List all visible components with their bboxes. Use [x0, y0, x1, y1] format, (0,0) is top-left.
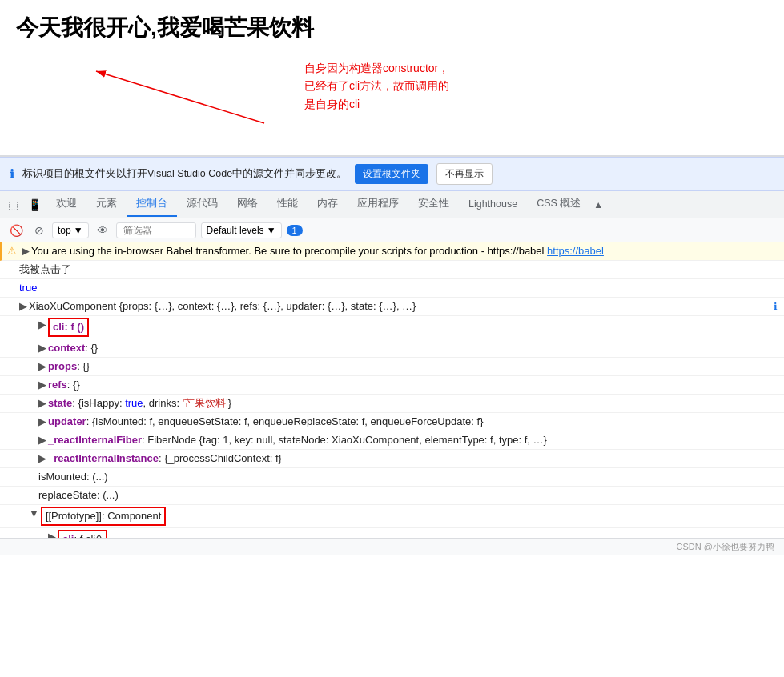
expand-instance-icon[interactable]: ▶: [38, 451, 46, 466]
expand-state-icon[interactable]: ▶: [38, 396, 46, 411]
warning-text: You are using the in-browser Babel trans…: [31, 244, 778, 258]
updater-text: updater: {isMounted: f, enqueueSetState:…: [48, 415, 778, 429]
log-line-proto-cli: ▶ cli: f cli(): [0, 528, 784, 538]
console-toolbar: 🚫 ⊘ top ▼ 👁 Default levels ▼ 1: [0, 218, 784, 242]
credit-text: CSDN @小徐也要努力鸭: [677, 541, 774, 553]
warning-line: ⚠ ▶ You are using the in-browser Babel t…: [0, 242, 784, 261]
expand-proto-cli-icon[interactable]: ▶: [48, 530, 56, 538]
info-bar-text: 标识项目的根文件夹以打开Visual Studio Code中的源文件并同步更改…: [22, 167, 347, 181]
default-levels-dropdown[interactable]: Default levels ▼: [201, 222, 282, 238]
set-root-folder-button[interactable]: 设置根文件夹: [355, 164, 428, 184]
prototype-text: [[Prototype]]: Component: [41, 507, 778, 526]
levels-chevron-icon: ▼: [267, 225, 276, 236]
log-line-object: ▶ XiaoXuComponent {props: {…}, context: …: [0, 298, 784, 316]
log-line-props: ▶ props: {}: [0, 358, 784, 376]
expand-props-icon[interactable]: ▶: [38, 359, 46, 374]
log-line-true: true: [0, 279, 784, 298]
log-line-prototype: ▼ [[Prototype]]: Component: [0, 505, 784, 528]
filter-button[interactable]: ⊘: [31, 222, 47, 238]
tab-performance[interactable]: 性能: [267, 192, 308, 217]
context-text: context: {}: [48, 341, 778, 355]
device-icon[interactable]: 📱: [23, 198, 46, 211]
log-line-state: ▶ state: {isHappy: true, drinks: '芒果饮料'}: [0, 395, 784, 413]
tab-network[interactable]: 网络: [227, 192, 267, 217]
ismounted-text: isMounted: (...): [38, 470, 778, 484]
tab-welcome[interactable]: 欢迎: [46, 192, 86, 217]
log-line-context: ▶ context: {}: [0, 339, 784, 358]
top-label: top: [58, 225, 71, 236]
log-line-cli: ▶ cli: f (): [0, 316, 784, 339]
object-info-icon[interactable]: ℹ: [774, 299, 778, 314]
log-line-refs: ▶ refs: {}: [0, 376, 784, 395]
expand-cli-icon[interactable]: ▶: [38, 318, 46, 332]
filter-input[interactable]: [116, 222, 196, 238]
expand-fiber-icon[interactable]: ▶: [38, 433, 46, 447]
annotation-text: 自身因为构造器constructor， 已经有了cli方法，故而调用的 是自身的…: [304, 59, 449, 113]
cli-text: cli: f (): [48, 318, 778, 337]
refs-text: refs: {}: [48, 378, 778, 392]
annotation-area: 自身因为构造器constructor， 已经有了cli方法，故而调用的 是自身的…: [0, 51, 784, 155]
log-line-ismounted: isMounted: (...): [0, 468, 784, 487]
tab-security[interactable]: 安全性: [408, 192, 459, 217]
footer-bar: CSDN @小徐也要努力鸭: [0, 538, 784, 555]
log-line-replacestate: replaceState: (...): [0, 487, 784, 505]
warning-icon: ⚠: [7, 244, 17, 258]
expand-refs-icon[interactable]: ▶: [38, 378, 46, 392]
log-line-fiber: ▶ _reactInternalFiber: FiberNode {tag: 1…: [0, 431, 784, 450]
fiber-text: _reactInternalFiber: FiberNode {tag: 1, …: [48, 433, 778, 447]
svg-line-1: [96, 71, 264, 123]
console-output: ⚠ ▶ You are using the in-browser Babel t…: [0, 242, 784, 538]
state-text: state: {isHappy: true, drinks: '芒果饮料'}: [48, 396, 778, 411]
true-text: true: [19, 281, 778, 295]
tab-application[interactable]: 应用程序: [348, 192, 408, 217]
inspect-icon[interactable]: ⬚: [3, 198, 23, 211]
eye-icon[interactable]: 👁: [94, 222, 111, 238]
log-line-clicked: 我被点击了: [0, 261, 784, 279]
info-bar: ℹ 标识项目的根文件夹以打开Visual Studio Code中的源文件并同步…: [0, 157, 784, 191]
log-line-instance: ▶ _reactInternalInstance: {_processChild…: [0, 450, 784, 468]
expand-prototype-icon[interactable]: ▼: [29, 507, 39, 521]
tab-console[interactable]: 控制台: [127, 192, 177, 217]
tab-elements[interactable]: 元素: [86, 192, 127, 217]
error-badge: 1: [287, 225, 303, 236]
clear-console-button[interactable]: 🚫: [6, 222, 26, 238]
default-levels-label: Default levels: [207, 225, 264, 236]
object-text: XiaoXuComponent {props: {…}, context: {……: [29, 299, 770, 314]
proto-cli-text: cli: f cli(): [58, 530, 778, 538]
expand-updater-icon[interactable]: ▶: [38, 415, 46, 429]
expand-warning-icon[interactable]: ▶: [22, 244, 30, 258]
tabs-overflow-icon[interactable]: ▲: [590, 199, 606, 210]
tab-lighthouse[interactable]: Lighthouse: [459, 194, 527, 216]
page-title: 今天我很开心,我爱喝芒果饮料: [0, 0, 784, 51]
annotation-arrow: [80, 67, 288, 131]
replacestate-text: replaceState: (...): [38, 488, 778, 503]
log-line-updater: ▶ updater: {isMounted: f, enqueueSetStat…: [0, 413, 784, 431]
tab-sources[interactable]: 源代码: [177, 192, 227, 217]
info-icon: ℹ: [10, 167, 14, 182]
expand-context-icon[interactable]: ▶: [38, 341, 46, 355]
instance-text: _reactInternalInstance: {_processChildCo…: [48, 451, 778, 466]
context-dropdown[interactable]: top ▼: [52, 222, 89, 238]
devtools-tabs: ⬚ 📱 欢迎 元素 控制台 源代码 网络 性能 内存 应用程序 安全性 Ligh…: [0, 191, 784, 218]
tab-css-overview[interactable]: CSS 概述: [527, 192, 590, 217]
dismiss-button[interactable]: 不再显示: [436, 163, 493, 185]
expand-object-icon[interactable]: ▶: [19, 299, 27, 314]
clicked-text: 我被点击了: [19, 262, 778, 277]
tab-memory[interactable]: 内存: [308, 192, 348, 217]
babel-link[interactable]: https://babel: [547, 245, 604, 257]
props-text: props: {}: [48, 359, 778, 374]
chevron-down-icon: ▼: [74, 225, 83, 236]
devtools-container: ℹ 标识项目的根文件夹以打开Visual Studio Code中的源文件并同步…: [0, 155, 784, 555]
